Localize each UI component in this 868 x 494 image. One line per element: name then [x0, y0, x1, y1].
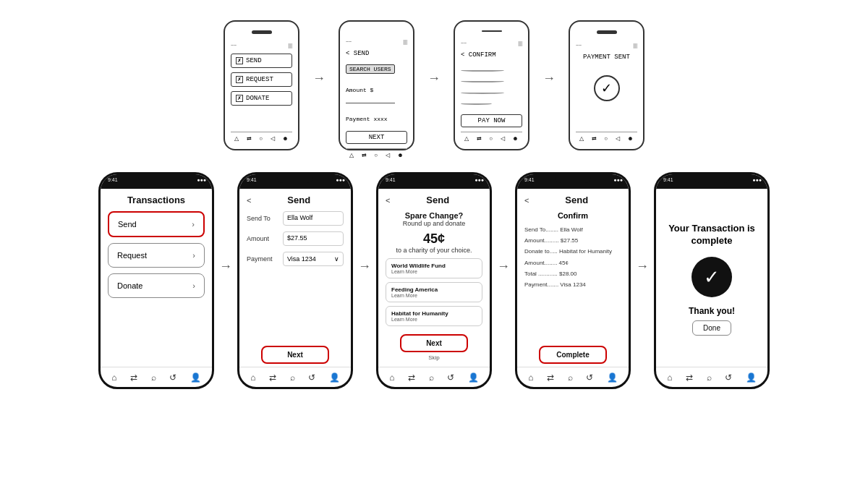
wire-search: SEARCH USERS [346, 64, 395, 74]
wire-bottom-1: △ ⇄ ○ ◁ ☻ [231, 132, 292, 142]
search-icon-3[interactable]: ⌕ [429, 372, 434, 383]
person-icon-3[interactable]: 👤 [468, 372, 479, 383]
person-icon-2[interactable]: 👤 [329, 372, 340, 383]
wire-paynow-btn[interactable]: PAY NOW [461, 114, 522, 127]
history-icon-1[interactable]: ↺ [169, 372, 176, 383]
status-left-4: 9:41 [524, 177, 535, 182]
tx-request-item[interactable]: Request › [108, 243, 205, 268]
send-chevron: › [192, 220, 195, 229]
wire-notch-1: ~~||| [231, 43, 292, 48]
confirm-back-arrow[interactable]: < [524, 196, 529, 205]
bottom-nav-5: ⌂ ⇄ ⌕ ↺ 👤 [656, 367, 767, 387]
wire-check-donate: ✗ [236, 95, 243, 102]
hifi-arrow-4: → [631, 172, 654, 274]
history-icon-2[interactable]: ↺ [308, 372, 315, 383]
confirm-row-4: Total ............ $28.00 [524, 270, 621, 278]
payment-select[interactable]: Visa 1234 ∨ [283, 252, 344, 266]
payment-label: Payment [247, 255, 278, 263]
history-icon-5[interactable]: ↺ [725, 372, 732, 383]
send-back-arrow[interactable]: < [247, 196, 251, 205]
charity-wwf[interactable]: World Wildlife Fund Learn More [386, 258, 482, 278]
wire-header-4: PAYMENT SENT [576, 54, 637, 61]
wire-notch-3: ~~||| [461, 41, 522, 46]
status-left-3: 9:41 [386, 177, 396, 182]
phone-spare-change: 9:41 ●●● < Send Spare Change? Round up a… [376, 172, 492, 389]
transfer-icon-1[interactable]: ⇄ [130, 372, 137, 383]
wire-squiggle-2 [461, 80, 504, 82]
skip-text[interactable]: Skip [386, 354, 482, 361]
transfer-icon-4[interactable]: ⇄ [547, 372, 554, 383]
home-icon-4[interactable]: ⌂ [528, 372, 533, 383]
search-icon-1[interactable]: ⌕ [151, 372, 156, 383]
wire-arrow-2: → [427, 20, 441, 86]
hifi-arrow-3: → [492, 172, 515, 274]
wire-next-btn[interactable]: NEXT [346, 131, 407, 144]
confirm-row-2: Donate to..... Habitat for Humanity [524, 247, 621, 255]
phone-notch-4 [555, 174, 591, 183]
screen-transactions-content: Transactions Send › Request › Donate › [101, 189, 212, 367]
bottom-nav-2: ⌂ ⇄ ⌕ ↺ 👤 [239, 367, 351, 387]
spare-next-button[interactable]: Next [400, 334, 468, 352]
phone-confirm: 9:41 ●●● < Send Confirm Send To........ … [515, 172, 631, 389]
person-icon-1[interactable]: 👤 [190, 372, 201, 383]
search-icon-5[interactable]: ⌕ [707, 372, 712, 383]
status-left-5: 9:41 [663, 177, 673, 182]
bottom-nav-4: ⌂ ⇄ ⌕ ↺ 👤 [517, 367, 629, 387]
transfer-icon-5[interactable]: ⇄ [686, 372, 693, 383]
status-left-2: 9:41 [247, 177, 257, 182]
wire-bottom-4: △⇄○◁☻ [576, 132, 637, 142]
wire-check-send: ✗ [236, 57, 243, 64]
wire-check-circle: ✓ [594, 75, 620, 101]
send-title-row: < Send [247, 195, 344, 205]
screen-complete-content: Your Transaction is complete ✓ Thank you… [656, 189, 767, 367]
amount-input[interactable]: $27.55 [283, 231, 344, 246]
amount-row: Amount $27.55 [247, 231, 344, 246]
send-next-button[interactable]: Next [261, 346, 329, 364]
send-title: Send [254, 195, 344, 205]
wire-notch-2: ~~||| [346, 39, 407, 44]
history-icon-4[interactable]: ↺ [586, 372, 593, 383]
hifi-section: 9:41 ●●● Transactions Send › Request › D… [0, 165, 868, 396]
wire-phone-1: ~~||| ✗ SEND ✗ REQUEST ✗ DONATE △ ⇄ ○ ◁ … [224, 20, 299, 150]
home-icon-3[interactable]: ⌂ [389, 372, 394, 383]
history-icon-3[interactable]: ↺ [447, 372, 454, 383]
bottom-nav-3: ⌂ ⇄ ⌕ ↺ 👤 [378, 367, 490, 387]
thank-you-text: Thank you! [689, 306, 735, 316]
wire-squiggle-4 [461, 103, 492, 105]
confirm-row-1: Amount......... $27.55 [524, 237, 621, 244]
wire-header-3: < CONFIRM [461, 51, 522, 59]
complete-button[interactable]: Complete [539, 346, 607, 364]
status-right-3: ●●● [475, 177, 484, 182]
phone-notch-bar-4: 9:41 ●●● [517, 174, 629, 189]
donate-chevron: › [192, 281, 195, 290]
done-button[interactable]: Done [692, 320, 731, 336]
wire-payment-row: Payment xxxx [346, 111, 407, 124]
charity-feeding[interactable]: Feeding America Learn More [386, 282, 482, 302]
wire-menu-request: ✗ REQUEST [231, 72, 292, 87]
wire-check-request: ✗ [236, 76, 243, 83]
send-to-row: Send To Ella Wolf [247, 211, 344, 226]
transfer-icon-3[interactable]: ⇄ [408, 372, 415, 383]
request-chevron: › [192, 251, 195, 260]
screen-send-content: < Send Send To Ella Wolf Amount $27.55 P… [239, 189, 351, 367]
phone-notch-bar-5: 9:41 ●●● [656, 174, 767, 189]
tx-send-item[interactable]: Send › [108, 211, 205, 237]
home-icon-2[interactable]: ⌂ [250, 372, 255, 383]
home-icon-5[interactable]: ⌂ [667, 372, 672, 383]
confirm-subtitle: Confirm [524, 211, 621, 220]
wire-arrow-3: → [542, 20, 556, 86]
transfer-icon-2[interactable]: ⇄ [269, 372, 276, 383]
confirm-title-row: < Send [524, 195, 621, 205]
spare-back-arrow[interactable]: < [386, 196, 390, 205]
charity-habitat[interactable]: Habitat for Humanity Learn More [386, 306, 482, 326]
send-to-input[interactable]: Ella Wolf [283, 211, 344, 226]
search-icon-4[interactable]: ⌕ [568, 372, 573, 383]
person-icon-5[interactable]: 👤 [746, 372, 757, 383]
search-icon-2[interactable]: ⌕ [290, 372, 295, 383]
phone-notch-5 [694, 174, 730, 183]
tx-donate-item[interactable]: Donate › [108, 273, 205, 298]
home-icon-1[interactable]: ⌂ [111, 372, 116, 383]
phone-complete: 9:41 ●●● Your Transaction is complete ✓ … [654, 172, 770, 389]
status-right-2: ●●● [336, 177, 345, 182]
person-icon-4[interactable]: 👤 [607, 372, 618, 383]
